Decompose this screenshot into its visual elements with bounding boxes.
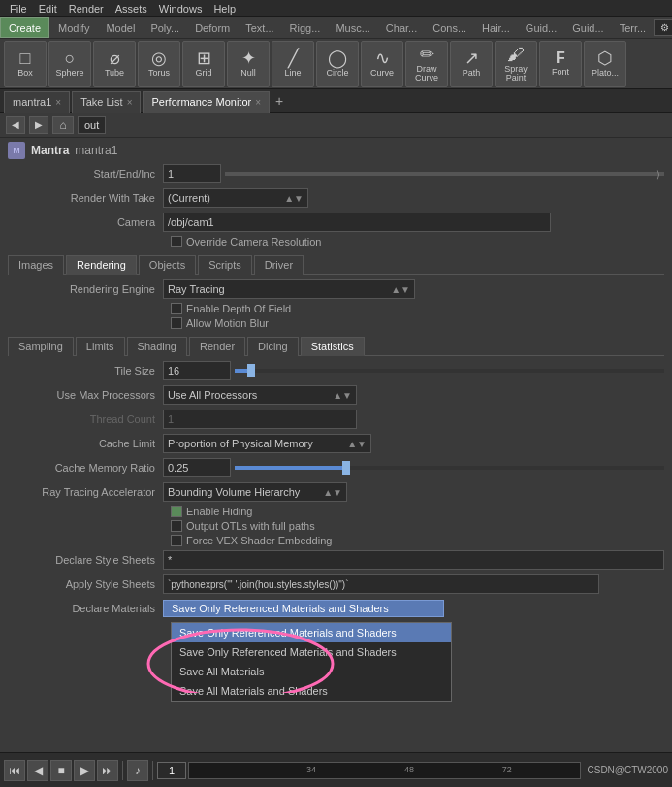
timeline-track[interactable]: 34 48 72: [188, 762, 581, 779]
start-end-slider[interactable]: ⟩: [225, 172, 664, 176]
timeline-frame-counter[interactable]: 1: [157, 762, 186, 779]
menu-assets[interactable]: Assets: [110, 3, 153, 15]
subtab-limits[interactable]: Limits: [76, 337, 125, 356]
menu-help[interactable]: Help: [208, 3, 241, 15]
cache-memory-ratio-slider[interactable]: [235, 466, 664, 470]
start-end-slider-end: ⟩: [656, 169, 660, 180]
menu-file[interactable]: File: [4, 3, 33, 15]
motion-blur-checkbox[interactable]: [171, 317, 182, 329]
tool-plato[interactable]: ⬡ Plato...: [584, 41, 626, 87]
start-end-inc-label: Start/End/Inc: [8, 168, 163, 180]
timeline-stop[interactable]: ■: [50, 760, 72, 781]
tool-tube[interactable]: ⌀ Tube: [93, 41, 136, 87]
nav-back-button[interactable]: ◀: [6, 116, 25, 134]
tab-close-take-list[interactable]: ×: [127, 97, 133, 108]
build-icon: ⚙: [660, 22, 669, 33]
declare-materials-option-2[interactable]: Save Only Referenced Materials and Shade…: [172, 642, 451, 662]
mode-tab-terr[interactable]: Terr...: [612, 17, 655, 38]
mode-tab-guid2[interactable]: Guid...: [564, 17, 611, 38]
tile-size-slider-thumb[interactable]: [247, 364, 255, 377]
tool-grid[interactable]: ⊞ Grid: [182, 41, 225, 87]
mode-tab-char[interactable]: Char...: [378, 17, 425, 38]
declare-materials-option-4[interactable]: Save All Materials and Shaders: [172, 681, 451, 701]
cache-limit-select[interactable]: Proportion of Physical Memory ▲▼: [163, 434, 371, 453]
mode-tabs: Create Modify Model Poly... Deform Text.…: [0, 17, 672, 39]
timeline-play[interactable]: ▶: [74, 760, 95, 781]
tab-performance-monitor[interactable]: Performance Monitor ×: [143, 91, 270, 113]
subtab-sampling[interactable]: Sampling: [8, 337, 74, 356]
output-otls-checkbox[interactable]: [171, 520, 182, 532]
start-end-inc-input[interactable]: [163, 164, 221, 183]
ray-tracing-select[interactable]: Bounding Volume Hierarchy ▲▼: [163, 482, 347, 502]
mode-tab-poly[interactable]: Poly...: [143, 17, 187, 38]
render-tab-objects[interactable]: Objects: [139, 255, 196, 275]
tool-spray-paint[interactable]: 🖌 Spray Paint: [495, 41, 537, 87]
tab-mantra1[interactable]: mantra1 ×: [4, 91, 70, 113]
menu-windows[interactable]: Windows: [153, 3, 208, 15]
output-otls-row: Output OTLs with full paths: [8, 520, 664, 532]
menu-edit[interactable]: Edit: [33, 3, 63, 15]
tool-box[interactable]: □ Box: [4, 41, 47, 87]
override-camera-row: Override Camera Resolution: [8, 236, 664, 247]
build-dropdown[interactable]: ⚙ Build ▾: [654, 19, 672, 36]
tool-curve[interactable]: ∿ Curve: [361, 41, 403, 87]
render-tab-rendering[interactable]: Rendering: [66, 255, 137, 275]
cache-memory-ratio-input[interactable]: [163, 458, 231, 477]
tile-size-slider[interactable]: [235, 369, 664, 373]
timeline-prev-frame[interactable]: ◀: [27, 760, 48, 781]
tab-close-mantra1[interactable]: ×: [55, 97, 61, 108]
tab-add-button[interactable]: +: [272, 93, 287, 109]
tool-path[interactable]: ↗ Path: [450, 41, 493, 87]
max-processors-select[interactable]: Use All Processors ▲▼: [163, 385, 357, 405]
nav-home-button[interactable]: ⌂: [52, 116, 74, 134]
mode-tab-deform[interactable]: Deform: [187, 17, 238, 38]
menu-render[interactable]: Render: [63, 3, 110, 15]
render-tab-driver[interactable]: Driver: [254, 255, 304, 275]
enable-hiding-checkbox[interactable]: [171, 506, 182, 517]
mode-tab-cons[interactable]: Cons...: [425, 17, 474, 38]
tile-size-input[interactable]: [163, 361, 231, 380]
declare-materials-selected[interactable]: Save Only Referenced Materials and Shade…: [163, 600, 444, 617]
mode-tab-model[interactable]: Model: [98, 17, 143, 38]
subtab-dicing[interactable]: Dicing: [247, 337, 299, 356]
mode-tab-rigg[interactable]: Rigg...: [282, 17, 329, 38]
mode-tab-hair[interactable]: Hair...: [474, 17, 518, 38]
override-camera-checkbox[interactable]: [171, 236, 182, 247]
mode-tab-modify[interactable]: Modify: [49, 17, 98, 38]
tab-take-list[interactable]: Take List ×: [72, 91, 141, 113]
mode-tab-guid1[interactable]: Guid...: [518, 17, 564, 38]
tool-draw-curve[interactable]: ✏ Draw Curve: [405, 41, 448, 87]
nav-forward-button[interactable]: ▶: [29, 116, 48, 134]
mode-tab-text[interactable]: Text...: [238, 17, 281, 38]
apply-style-sheets-input[interactable]: [163, 574, 599, 594]
subtab-statistics[interactable]: Statistics: [301, 337, 365, 356]
tool-torus[interactable]: ◎ Torus: [138, 41, 180, 87]
declare-style-sheets-input[interactable]: [163, 550, 664, 570]
tool-circle[interactable]: ◯ Circle: [316, 41, 359, 87]
render-with-take-select[interactable]: (Current) ▲▼: [163, 188, 308, 208]
tool-font[interactable]: F Font: [539, 41, 582, 87]
cache-memory-slider-thumb[interactable]: [342, 461, 350, 475]
main-window: File Edit Render Assets Windows Help Cre…: [0, 0, 672, 787]
rendering-engine-select[interactable]: Ray Tracing ▲▼: [163, 279, 415, 299]
declare-materials-option-1[interactable]: Save Only Referenced Materials and Shade…: [172, 623, 451, 642]
render-tab-images[interactable]: Images: [8, 255, 64, 275]
thread-count-input[interactable]: [163, 410, 357, 429]
render-tab-scripts[interactable]: Scripts: [198, 255, 252, 275]
mode-tab-create[interactable]: Create: [0, 17, 49, 38]
timeline-skip-end[interactable]: ⏭: [97, 760, 118, 781]
force-vex-checkbox[interactable]: [171, 535, 182, 546]
subtab-render[interactable]: Render: [189, 337, 245, 356]
subtab-shading[interactable]: Shading: [127, 337, 187, 356]
tool-null[interactable]: ✦ Null: [227, 41, 270, 87]
tab-close-perf-monitor[interactable]: ×: [255, 97, 261, 108]
tool-line[interactable]: ╱ Line: [272, 41, 314, 87]
mode-tab-musc[interactable]: Musc...: [328, 17, 377, 38]
tool-sphere[interactable]: ○ Sphere: [48, 41, 91, 87]
depth-of-field-checkbox[interactable]: [171, 303, 182, 314]
timeline-audio[interactable]: ♪: [127, 760, 148, 781]
timeline-skip-start[interactable]: ⏮: [4, 760, 25, 781]
camera-input[interactable]: [163, 213, 551, 232]
declare-materials-option-3[interactable]: Save All Materials: [172, 662, 451, 681]
camera-label: Camera: [8, 216, 163, 228]
